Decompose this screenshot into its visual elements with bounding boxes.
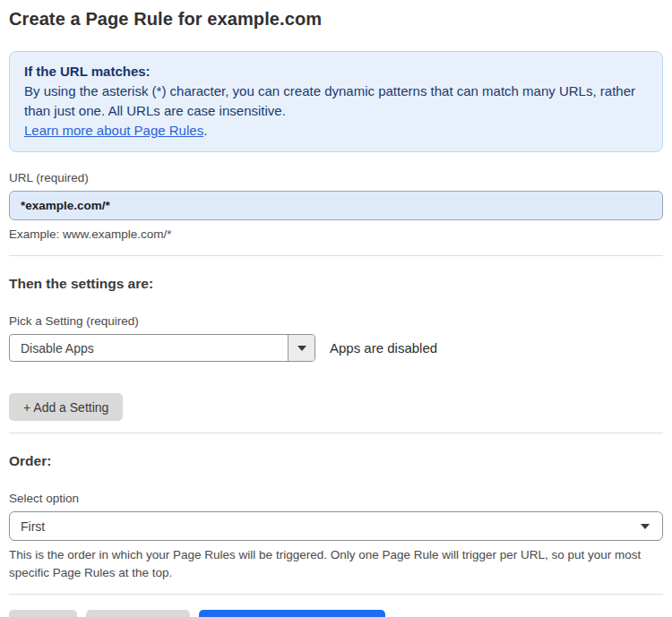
setting-row: Disable Apps Apps are disabled [9, 334, 663, 362]
setting-select-value: Disable Apps [10, 335, 288, 361]
footer-actions: Cancel Save as Draft Save and Deploy Pag… [9, 610, 663, 617]
save-draft-button[interactable]: Save as Draft [86, 610, 191, 617]
order-help-text: This is the order in which your Page Rul… [9, 546, 654, 582]
divider [9, 255, 663, 256]
url-match-info-box: If the URL matches: By using the asteris… [9, 51, 663, 152]
create-page-rule-form: Create a Page Rule for example.com If th… [0, 0, 672, 617]
info-box-body: By using the asterisk (*) character, you… [24, 81, 648, 121]
learn-more-link[interactable]: Learn more about Page Rules [24, 123, 203, 138]
setting-select[interactable]: Disable Apps [9, 334, 315, 362]
link-period: . [203, 123, 207, 138]
order-select-value: First [21, 519, 45, 534]
setting-status-text: Apps are disabled [330, 340, 437, 356]
add-setting-button[interactable]: + Add a Setting [9, 393, 123, 421]
order-heading: Order: [9, 452, 663, 470]
caret-down-icon [641, 524, 650, 529]
divider [9, 594, 663, 595]
pick-setting-label: Pick a Setting (required) [9, 314, 663, 329]
cancel-button[interactable]: Cancel [9, 610, 77, 617]
info-box-heading: If the URL matches: [24, 62, 648, 81]
caret-down-icon [297, 346, 306, 351]
order-select-label: Select option [9, 492, 663, 506]
page-title: Create a Page Rule for example.com [9, 7, 663, 30]
url-example-hint: Example: www.example.com/* [9, 226, 663, 244]
setting-select-arrow-button[interactable] [288, 335, 314, 361]
order-select[interactable]: First [9, 511, 663, 541]
divider [9, 433, 663, 433]
info-box-link-line: Learn more about Page Rules. [24, 121, 648, 141]
settings-heading: Then the settings are: [9, 275, 663, 293]
url-label: URL (required) [9, 171, 663, 185]
save-deploy-button[interactable]: Save and Deploy Page Rule [199, 610, 385, 617]
url-input[interactable] [9, 191, 663, 220]
